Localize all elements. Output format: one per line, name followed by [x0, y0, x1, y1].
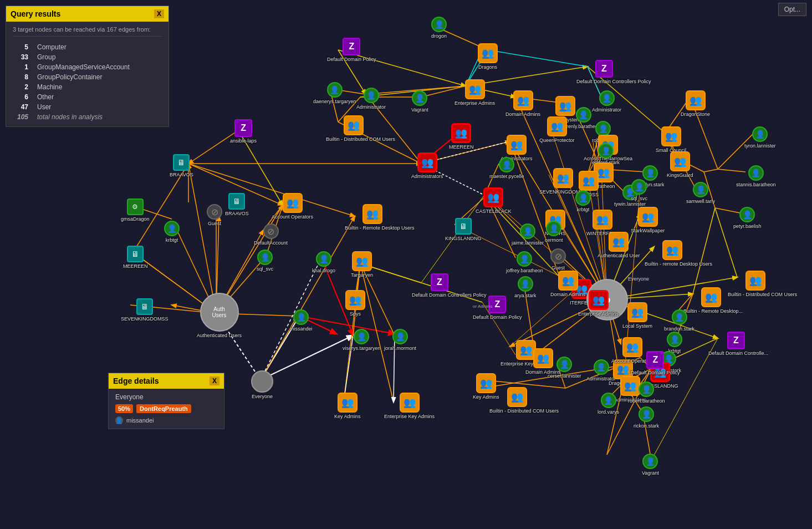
- node-account-operators[interactable]: 👥 Account Operators: [272, 193, 313, 220]
- node-ddcp-top[interactable]: Z Default Domain Controllers Policy: [576, 60, 632, 84]
- node-targaryen[interactable]: 👥 Targaryen: [351, 251, 373, 278]
- node-tyron[interactable]: 👤 tyron.lannister: [744, 126, 776, 149]
- node-enterprise-admins-top[interactable]: 👥 Enterprise Admins: [454, 79, 495, 106]
- node-auth-users-large[interactable]: AuthUsers Authenticated Users: [197, 293, 242, 338]
- edge-badge: DontReqPreauth: [136, 404, 191, 413]
- edge-panel-title: Edge details: [113, 377, 159, 385]
- panel-header: Query results X: [6, 6, 168, 22]
- svg-line-57: [704, 169, 718, 172]
- node-sevenkingdomss-computer[interactable]: 🖥 SEVENKINGDOMSS: [121, 298, 168, 322]
- node-gmsadragon[interactable]: ⚙ gmsaDragon: [121, 199, 150, 222]
- node-stannis[interactable]: 👤 stannis.baratheon: [736, 165, 776, 187]
- node-rickon[interactable]: 👤 rickon.stark: [634, 406, 659, 429]
- node-bdcu-top[interactable]: 👥 Builtin - Distributed COM Users: [326, 115, 381, 142]
- node-vagrant-bottom[interactable]: 👤 Vagrant: [642, 454, 659, 476]
- node-missandei[interactable]: 👤 missandei: [290, 309, 313, 332]
- svg-line-25: [188, 164, 216, 313]
- node-ddp-top[interactable]: Z Default Domain Policy: [327, 38, 376, 62]
- node-petyr[interactable]: 👤 petyr.baelish: [733, 207, 762, 229]
- panel-title: Query results: [11, 9, 60, 18]
- node-arya[interactable]: 👤 arya.stark: [514, 276, 537, 298]
- node-kingslandng-center[interactable]: 🖥 KINGSLANDNG: [445, 218, 482, 241]
- node-ddp-bottom-right[interactable]: Z Default Domain Policy: [631, 351, 680, 375]
- edge-user: missandei: [126, 417, 154, 424]
- options-button[interactable]: Opt...: [778, 3, 806, 16]
- svg-line-37: [488, 50, 588, 67]
- node-samwell[interactable]: 👤 samwell.tarly: [686, 182, 715, 204]
- node-guest-left[interactable]: ⊘ Guest: [207, 204, 222, 226]
- query-results-panel: Query results X 3 target nodes can be re…: [6, 6, 169, 127]
- node-maester[interactable]: 👤 maester.pycelle: [489, 157, 524, 179]
- node-ddcp-center[interactable]: Z Default Domain Controllers Policy: [412, 273, 467, 298]
- node-eka-bottom[interactable]: 👥 Enterprise Key Admins: [384, 393, 435, 419]
- node-cermont[interactable]: 👤 cermont: [545, 221, 563, 243]
- node-auth-user-right[interactable]: 👥 Authenticated User: [597, 232, 640, 258]
- node-bdc-bottom[interactable]: 👥 Builtin - Distributed COM Users: [489, 387, 545, 414]
- node-admins-red[interactable]: 👥 Administrators: [411, 152, 443, 179]
- node-local-system-right[interactable]: 👥 Local System: [622, 302, 652, 329]
- panel-body: 3 target nodes can be reached via 167 ed…: [6, 22, 168, 126]
- node-dragons[interactable]: 👥 Dragons: [478, 43, 498, 70]
- node-cersei[interactable]: 👤 cersei.lannister: [548, 357, 581, 379]
- node-guest-right[interactable]: ⊘ Guest: [550, 248, 566, 271]
- node-enterprise-admins-red[interactable]: 👥 Enterprise Admins: [578, 290, 619, 317]
- edge-user-row: 👤 missandei: [115, 416, 217, 424]
- edge-source: Everyone: [115, 393, 217, 401]
- node-brandon[interactable]: 👤 brandon.stark: [664, 309, 694, 332]
- node-everyone-right[interactable]: Everyone: [628, 276, 649, 282]
- edge-panel-header: Edge details X: [109, 373, 224, 389]
- node-kingsguard[interactable]: 👥 KingsGuard: [667, 151, 693, 178]
- node-vagrant-top[interactable]: 👤 Vagrant: [411, 90, 428, 113]
- node-key-admins-center[interactable]: 👥 Key Admins: [334, 393, 361, 419]
- node-spys[interactable]: 👥 Spys: [345, 290, 365, 317]
- node-bdc-far-right[interactable]: 👥 Builtin - Distributed COM Users: [728, 271, 783, 297]
- node-everyone-left[interactable]: Everyone: [251, 370, 273, 399]
- node-meereen-top[interactable]: 👥 MEEREEN: [449, 123, 474, 150]
- edge-pct: 50%: [115, 404, 133, 413]
- node-krbtgt-right[interactable]: 👤 krbtgt: [667, 332, 682, 354]
- node-eddard[interactable]: 👤 eddard.stark: [592, 143, 620, 165]
- node-khaldrogo[interactable]: 👤 khal.drogo: [312, 251, 335, 273]
- node-starkwallpaper[interactable]: 👥 StarkWallpaper: [631, 207, 665, 233]
- node-krbtgt-left[interactable]: 👤 krbtgt: [164, 221, 180, 243]
- node-joffrey[interactable]: 👤 joffrey.baratheon: [506, 251, 543, 273]
- node-brdu-center[interactable]: 👥 Builtin - Remote Desktop Users: [345, 204, 400, 231]
- node-viserys[interactable]: 👤 viserys.targaryen: [343, 329, 381, 351]
- node-ansible-laps[interactable]: Z ansible-laps: [230, 119, 257, 144]
- node-braavos-group[interactable]: 🖥 BRAAVOS: [225, 193, 249, 216]
- edge-badge-row: 50% DontReqPreauth: [115, 404, 217, 413]
- node-robert[interactable]: 👤 robert.baratheon: [628, 382, 665, 404]
- node-lord-varys[interactable]: 👤 lord.varys: [597, 393, 619, 415]
- node-sqlsvc-right[interactable]: 👤 sql_svc: [631, 179, 647, 201]
- node-jaime[interactable]: 👤 jaime.lannister: [512, 223, 544, 246]
- node-krbtgt-center[interactable]: 👤 krbtgt: [575, 190, 591, 212]
- node-ddc-bottom-right[interactable]: Z Default Domain Controlle...: [708, 332, 764, 356]
- node-jorah[interactable]: 👤 jorah.mormont: [384, 329, 416, 351]
- edge-close-button[interactable]: X: [210, 377, 219, 385]
- panel-subtitle: 3 target nodes can be reached via 167 ed…: [13, 26, 162, 37]
- edge-details-panel: Edge details X Everyone 50% DontReqPreau…: [108, 373, 224, 429]
- node-admin-center[interactable]: 👤 Administrator: [356, 88, 386, 110]
- node-small-council[interactable]: 👥 Small Council: [656, 126, 686, 153]
- node-domain-admins-top[interactable]: 👥 Domain Admins: [505, 90, 540, 117]
- node-brd-right[interactable]: 👥 Builtin - remote Desktop Users: [645, 240, 700, 267]
- node-dragonstone[interactable]: 👥 DragonStone: [681, 90, 710, 117]
- node-sqlsvc-left[interactable]: 👤 sql_svc: [257, 250, 273, 272]
- svg-line-30: [261, 335, 353, 380]
- node-daenerys[interactable]: 👤 daenerys.targaryen: [313, 82, 356, 104]
- edge-panel-body: Everyone 50% DontReqPreauth 👤 missandei: [109, 389, 224, 429]
- node-queenprotector[interactable]: 👥 QueenProtector: [539, 116, 575, 143]
- node-br-admins[interactable]: or Admins: [473, 304, 493, 309]
- node-braavos-top[interactable]: 🖥 BRAAVOS: [170, 154, 193, 177]
- panel-close-button[interactable]: X: [154, 9, 164, 18]
- node-drogon[interactable]: 👤 drogon: [431, 17, 447, 39]
- stats-table: 5Computer33Group1GroupManagedServiceAcco…: [13, 42, 162, 122]
- user-icon: 👤: [115, 416, 123, 424]
- node-defaultaccount[interactable]: ⊘ DefaultAccount: [254, 223, 288, 246]
- node-meereen-computer[interactable]: 🖥 MEEREEN: [123, 246, 148, 269]
- node-castelblack-top[interactable]: 👥 CASTELBLACK: [476, 187, 512, 214]
